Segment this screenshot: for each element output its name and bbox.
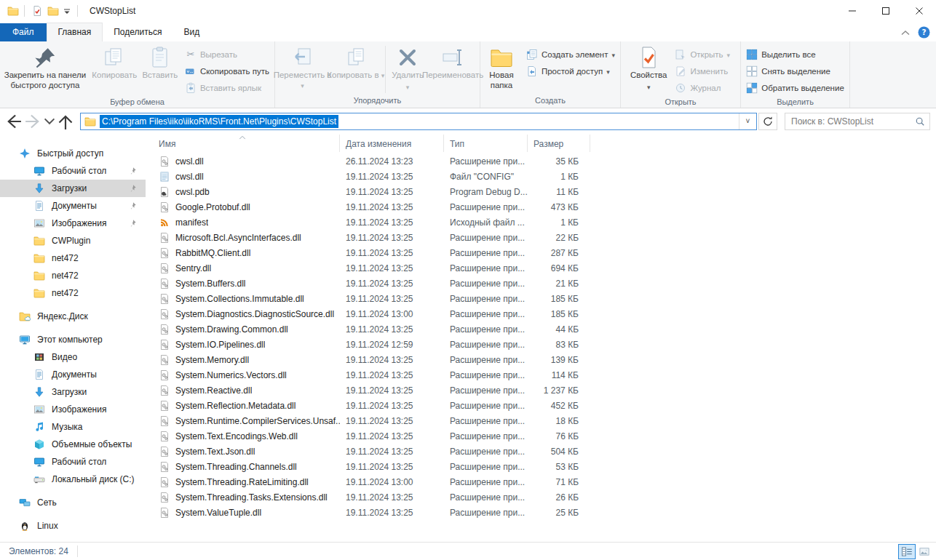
invert-selection-button[interactable]: Обратить выделение [742,79,849,96]
dll-file-icon [159,461,170,473]
cut-button[interactable]: ✂ Вырезать [181,46,274,63]
sidebar-item-загрузки[interactable]: Загрузки [0,383,146,401]
sidebar-item-загрузки[interactable]: Загрузки [0,180,146,197]
copy-path-button[interactable]: Скопировать путь [181,63,274,79]
qat-properties-button[interactable] [29,3,45,19]
file-row[interactable]: System.Memory.dll 19.11.2024 13:25 Расши… [146,352,936,367]
sidebar-item-net472[interactable]: net472 [0,249,146,267]
rename-button[interactable]: Переименовать [427,43,479,95]
svg-text:?: ? [921,28,926,36]
open-button[interactable]: Открыть [670,46,734,63]
file-row[interactable]: System.Collections.Immutable.dll 19.11.2… [146,291,936,306]
file-row[interactable]: System.Threading.Tasks.Extensions.dll 19… [146,489,936,505]
file-row[interactable]: System.IO.Pipelines.dll 19.11.2024 12:59… [146,337,936,352]
file-row[interactable]: System.Numerics.Vectors.dll 19.11.2024 1… [146,367,936,383]
sidebar-item-рабочий-стол[interactable]: Рабочий стол [0,162,146,180]
details-view-button[interactable] [898,544,916,559]
select-none-button[interactable]: Снять выделение [742,63,849,79]
sidebar-item-документы[interactable]: Документы [0,366,146,383]
delete-button[interactable]: Удалить [389,43,427,95]
sidebar-item-cwplugin[interactable]: CWPlugin [0,232,146,249]
sidebar-item-быстрый-доступ[interactable]: Быстрый доступ [0,145,146,162]
address-path[interactable]: C:\Program Files\iiko\iikoRMS\Front.Net\… [100,115,338,128]
sidebar-item-документы[interactable]: Документы [0,197,146,215]
column-header-date[interactable]: Дата изменения [340,135,444,152]
back-button[interactable] [3,112,23,131]
new-folder-button[interactable]: Новая папка [481,43,522,95]
thumbnails-view-button[interactable] [916,544,933,559]
sidebar-item-сеть[interactable]: Сеть [0,494,146,511]
close-icon [915,7,924,15]
sidebar-item-объемные-объекты[interactable]: Объемные объекты [0,436,146,453]
file-row[interactable]: System.Threading.RateLimiting.dll 19.11.… [146,474,936,489]
file-row[interactable]: System.Text.Json.dll 19.11.2024 13:25 Ра… [146,444,936,459]
copy-to-button[interactable]: Копировать в [329,43,382,95]
address-bar[interactable]: C:\Program Files\iiko\iikoRMS\Front.Net\… [80,113,757,130]
computer-icon [19,334,31,345]
recent-locations-button[interactable] [44,112,55,131]
sidebar-item-рабочий-стол[interactable]: Рабочий стол [0,453,146,471]
paste-button[interactable]: Вставить [140,43,181,96]
file-row[interactable]: RabbitMQ.Client.dll 19.11.2024 13:25 Рас… [146,245,936,260]
sidebar-item-linux[interactable]: Linux [0,517,146,535]
tab-view[interactable]: Вид [172,23,210,41]
new-item-button[interactable]: Создать элемент [522,46,619,63]
refresh-button[interactable] [758,113,777,130]
select-all-button[interactable]: Выделить все [742,46,849,63]
pin-to-quick-access-button[interactable]: Закрепить на панели быстрого доступа [1,43,90,96]
file-row[interactable]: Google.Protobuf.dll 19.11.2024 13:25 Рас… [146,199,936,215]
column-header-type[interactable]: Тип [444,135,528,152]
edit-button[interactable]: Изменить [670,63,734,79]
sidebar-item-видео[interactable]: Видео [0,348,146,366]
file-row[interactable]: System.Threading.Channels.dll 19.11.2024… [146,459,936,474]
file-row[interactable]: System.ValueTuple.dll 19.11.2024 13:25 Р… [146,505,936,520]
sidebar-item-яндекс-диск[interactable]: Яндекс.Диск [0,308,146,325]
address-dropdown-icon[interactable]: ˅ [739,113,756,129]
history-button[interactable]: Журнал [670,79,734,96]
file-row[interactable]: System.Reactive.dll 19.11.2024 13:25 Рас… [146,383,936,398]
navigation-pane: Быстрый доступ Рабочий стол Загрузки Док… [0,135,146,542]
forward-button[interactable] [23,112,44,131]
help-icon[interactable]: ? [918,26,930,39]
qat-customize-button[interactable] [61,3,73,19]
properties-button[interactable]: Свойства [627,43,671,96]
sidebar-item-этот-компьютер[interactable]: Этот компьютер [0,331,146,348]
column-header-name[interactable]: Имя [146,135,340,152]
collapse-ribbon-icon[interactable] [900,29,911,36]
search-box[interactable]: Поиск в: CWStopList [785,113,930,130]
sidebar-item-изображения[interactable]: Изображения [0,215,146,232]
file-row[interactable]: System.Diagnostics.DiagnosticSource.dll … [146,306,936,321]
file-row[interactable]: System.Runtime.CompilerServices.Unsaf...… [146,413,936,428]
folder-icon [33,235,45,247]
file-row[interactable]: manifest 19.11.2024 13:25 Исходный файл … [146,215,936,230]
file-row[interactable]: cwsl.pdb 19.11.2024 13:25 Program Debug … [146,184,936,199]
sidebar-item-локальный-диск-c-[interactable]: Локальный диск (C:) [0,471,146,488]
minimize-button[interactable] [836,0,869,22]
sidebar-item-net472[interactable]: net472 [0,284,146,302]
details-view-icon [901,546,913,557]
sidebar-item-музыка[interactable]: Музыка [0,418,146,436]
file-row[interactable]: cwsl.dll 19.11.2024 13:25 Файл "CONFIG" … [146,169,936,184]
file-row[interactable]: System.Drawing.Common.dll 19.11.2024 13:… [146,321,936,337]
tab-home[interactable]: Главная [47,23,103,41]
column-header-size[interactable]: Размер [528,135,590,152]
close-button[interactable] [903,0,936,22]
dll-file-icon [159,446,170,457]
sidebar-item-изображения[interactable]: Изображения [0,401,146,418]
easy-access-button[interactable]: Простой доступ [522,63,619,79]
qat-new-folder-button[interactable] [45,3,61,19]
maximize-button[interactable] [869,0,903,22]
move-to-button[interactable]: Переместить в [276,43,329,95]
file-row[interactable]: Microsoft.Bcl.AsyncInterfaces.dll 19.11.… [146,230,936,245]
tab-share[interactable]: Поделиться [103,23,172,41]
file-row[interactable]: Sentry.dll 19.11.2024 13:25 Расширение п… [146,260,936,276]
tab-file[interactable]: Файл [0,23,47,41]
file-row[interactable]: System.Text.Encodings.Web.dll 19.11.2024… [146,428,936,444]
up-button[interactable] [55,112,76,131]
paste-shortcut-button[interactable]: Вставить ярлык [181,79,274,96]
file-row[interactable]: cwsl.dll 26.11.2024 13:23 Расширение при… [146,153,936,169]
copy-button[interactable]: Копировать [90,43,140,96]
file-row[interactable]: System.Reflection.Metadata.dll 19.11.202… [146,398,936,413]
sidebar-item-net472[interactable]: net472 [0,267,146,284]
file-row[interactable]: System.Buffers.dll 19.11.2024 13:25 Расш… [146,276,936,291]
